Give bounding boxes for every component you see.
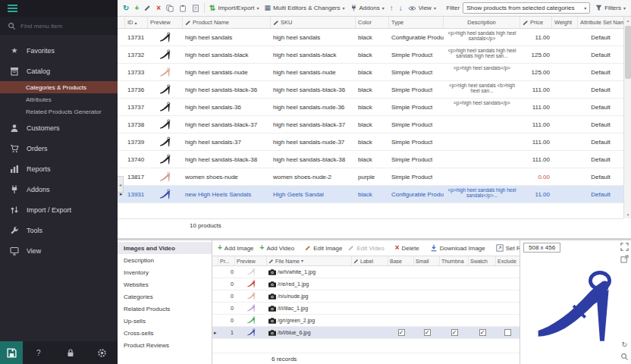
tab-images-and-video[interactable]: Images and Video [118,242,212,254]
fullscreen-button[interactable] [620,242,629,252]
column-header-swatch[interactable]: Swatch [469,256,496,265]
paste-button[interactable] [177,3,189,14]
table-row[interactable]: 13739 high heel sandals-37 high heel san… [118,133,623,151]
filters-menu[interactable]: Filters ▾ [593,3,628,13]
table-row[interactable]: 13817 women shoes-nude women shoes-nude-… [118,168,623,186]
table-row[interactable]: 13737 high heel sandals-36 high heel san… [118,99,623,116]
image-row[interactable]: 0 /n/u/nude.jpg [212,290,520,303]
filter-select[interactable]: Show products from selected categories ▾ [463,2,590,14]
collapse-sidebar-handle[interactable]: ◂ [118,176,124,193]
swatch-checkbox[interactable] [479,329,486,336]
sidebar-item-view[interactable]: View [0,240,118,261]
addons-menu[interactable]: Addons ▾ [348,3,387,13]
save-button[interactable] [0,341,23,364]
column-header-preview[interactable]: Preview [235,256,267,265]
edit-product-button[interactable] [142,3,153,13]
column-header-exclude[interactable]: Exclude [496,256,520,265]
image-row[interactable]: 0 /l/i/lilac_1.jpg [212,303,520,315]
image-row[interactable]: 0 /w/h/white_1.jpg [212,266,520,278]
sort-ascending-button[interactable]: ↑ [388,3,396,14]
tab-product-reviews[interactable]: Product Reviews [118,339,212,351]
table-row[interactable]: 13733 high heel sandals-nude high heel s… [118,64,623,81]
thumbnail-checkbox[interactable] [451,329,458,336]
tab-description[interactable]: Description [118,254,212,266]
delete-product-button[interactable]: × [154,3,163,14]
sidebar-item-related-products-generator[interactable]: Related Products Generator [0,105,118,118]
hamburger-menu-icon[interactable] [8,5,17,12]
image-row[interactable]: 0 /r/e/red_1.jpg [212,278,520,290]
add-product-button[interactable]: + [132,3,141,14]
view-menu[interactable]: View ▾ [406,3,438,13]
sidebar-item-catalog[interactable]: Catalog [0,61,118,81]
sidebar-item-attributes[interactable]: Attributes [0,93,118,105]
sidebar-item-import-export[interactable]: Import / Export [0,199,118,220]
cell-type: Simple Product [389,81,444,98]
sort-descending-button[interactable]: ↓ [397,3,405,14]
column-header-preview[interactable]: Preview [148,17,183,28]
cell-product-name: high heel sandals-black-37 [183,116,271,133]
sidebar-item-favorites[interactable]: ★ Favorites [0,40,118,61]
column-header-small[interactable]: Small [414,256,440,265]
add-image-button[interactable]: +Add Image [215,243,256,253]
exclude-checkbox[interactable] [504,329,511,336]
table-row[interactable]: 13731 high heel sandals high heel sandal… [118,29,623,46]
scrollbar-thumb[interactable] [625,26,631,79]
eye-icon [408,5,416,11]
lock-button[interactable] [55,348,86,357]
image-row[interactable]: ▸ 1 /b/l/blue_6.jpg [212,327,520,339]
column-header-product-name[interactable]: Product Name [183,17,271,28]
column-header-label[interactable]: Label [352,256,388,265]
sidebar-item-tools[interactable]: Tools [0,220,118,240]
tab-categories[interactable]: Categories [118,290,212,303]
multi-editors-menu[interactable]: ▦ Multi Editors & Changers ▾ [262,3,347,13]
base-checkbox[interactable] [398,329,405,336]
cell-product-name: high heel sandals-black [183,46,271,63]
tab-related-products[interactable]: Related Products [118,303,212,315]
sidebar-item-orders[interactable]: Orders [0,138,118,158]
sidebar-item-customers[interactable]: Customers [0,118,118,138]
column-header-price[interactable]: Price [520,17,552,28]
add-video-button[interactable]: +Add Video [258,243,297,253]
table-row[interactable]: ▸ 13931 new High Heels Sandals High Geel… [118,186,623,203]
sidebar-item-categories-products[interactable]: Categories & Products [0,81,118,93]
menu-search-input[interactable] [20,23,104,30]
tab-up-sells[interactable]: Up-sells [118,315,212,327]
column-header-thumbnail[interactable]: Thumbna [440,256,469,265]
delete-image-button[interactable]: ×Delete [393,243,422,253]
table-row[interactable]: 13738 high heel sandals-black-37 high he… [118,116,623,133]
rotate-image-button[interactable]: ↻ [620,340,629,350]
tab-cross-sells[interactable]: Cross-sells [118,327,212,339]
download-image-button[interactable]: Download Image [428,243,488,253]
column-header-base[interactable]: Base [388,256,414,265]
sidebar-item-reports[interactable]: Reports [0,158,118,179]
edit-image-button[interactable]: Edit Image [303,243,344,253]
tab-websites[interactable]: Websites [118,278,212,290]
document-button[interactable] [190,3,202,14]
zoom-image-button[interactable] [620,352,629,362]
settings-button[interactable] [86,348,118,358]
column-header-attribute-set[interactable]: Attribute Set Name [578,17,623,28]
table-row[interactable]: 13740 high heel sandals-black-38 high he… [118,151,623,168]
refresh-button[interactable]: ↻ [121,3,131,14]
column-header-priority[interactable]: Pr... [218,256,235,265]
column-header-file-name[interactable]: File Name▾ [267,256,352,265]
vertical-scrollbar[interactable]: ▴ ▾ [623,17,631,218]
scroll-down-arrow[interactable]: ▾ [624,211,631,218]
scroll-up-arrow[interactable]: ▴ [624,17,631,24]
edit-video-button[interactable]: Edit Video [346,243,386,253]
table-row[interactable]: 13732 high heel sandals-black high heel … [118,46,623,64]
column-header-sku[interactable]: SKU [271,17,356,28]
table-row[interactable]: 13736 high heel sandals-black-36 high he… [118,81,623,99]
small-checkbox[interactable] [424,329,431,336]
help-button[interactable]: ? [23,349,55,357]
sidebar-item-addons[interactable]: Addons [0,179,118,199]
import-export-menu[interactable]: ⇅ Import/Export ▾ [207,3,261,14]
copy-button[interactable] [164,3,176,14]
column-header-weight[interactable]: Weight [552,17,578,28]
column-header-description[interactable]: Description [444,17,520,28]
tab-inventory[interactable]: Inventory [118,266,212,278]
column-header-id[interactable]: ID▴ [125,17,148,28]
column-header-color[interactable]: Color [356,17,389,28]
image-row[interactable]: 0 /g/r/green_2.jpg [212,315,520,327]
column-header-type[interactable]: Type [389,17,444,28]
